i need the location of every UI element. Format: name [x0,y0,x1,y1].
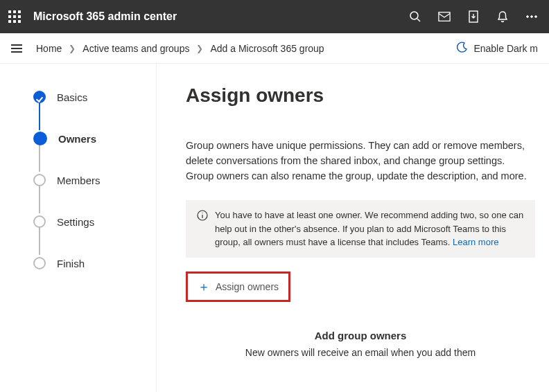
mail-icon[interactable] [438,10,451,23]
search-icon[interactable] [409,10,421,23]
step-label: Basics [57,91,87,103]
step-bullet-icon [33,257,46,269]
svg-point-6 [535,16,537,18]
app-launcher-icon[interactable] [8,10,21,23]
step-bullet-icon [33,174,46,186]
add-owners-subtitle: New owners will receive an email when yo… [186,347,535,358]
step-label: Settings [57,216,94,228]
dark-mode-label: Enable Dark m [473,43,538,54]
add-owners-title: Add group owners [186,330,535,341]
learn-more-link[interactable]: Learn more [453,237,498,247]
wizard-step-members[interactable]: Members [33,172,156,188]
chevron-right-icon: ❯ [196,44,203,53]
main-content: Assign owners Group owners have unique p… [157,64,549,392]
install-icon[interactable] [467,10,480,23]
wizard-sidebar: Basics Owners Members Settings Finish [0,64,157,392]
top-app-bar: Microsoft 365 admin center [0,0,549,33]
step-connector [39,226,40,255]
menu-toggle-icon[interactable] [11,44,22,53]
svg-point-0 [410,12,418,19]
top-bar-actions [409,10,538,23]
breadcrumb: Home ❯ Active teams and groups ❯ Add a M… [36,43,457,54]
assign-owners-label: Assign owners [216,281,279,292]
breadcrumb-bar: Home ❯ Active teams and groups ❯ Add a M… [0,33,549,64]
step-label: Members [57,175,101,186]
step-label: Finish [57,258,85,269]
info-text-wrap: You have to have at least one owner. We … [215,208,524,249]
svg-point-5 [531,16,533,18]
dark-mode-toggle[interactable]: Enable Dark m [457,42,538,55]
moon-icon [457,42,468,55]
plus-icon: ＋ [198,280,210,293]
step-bullet-icon [33,132,47,145]
step-label: Owners [58,133,96,145]
step-connector [39,184,40,213]
svg-point-4 [527,16,529,18]
more-icon[interactable] [525,10,538,23]
svg-line-1 [417,19,420,21]
svg-rect-2 [439,12,450,21]
step-connector [39,101,40,130]
breadcrumb-home[interactable]: Home [36,43,62,54]
step-bullet-icon [33,91,46,103]
step-connector [39,143,40,172]
breadcrumb-add-group[interactable]: Add a Microsoft 365 group [210,43,324,54]
svg-point-9 [202,213,202,213]
info-icon [197,210,208,249]
page-description: Group owners have unique permissions. Th… [186,139,535,184]
page-layout: Basics Owners Members Settings Finish [0,64,549,392]
breadcrumb-teams[interactable]: Active teams and groups [82,43,189,54]
info-banner: You have to have at least one owner. We … [186,200,535,258]
wizard-step-basics[interactable]: Basics [33,89,156,105]
step-bullet-icon [33,215,46,228]
wizard-step-finish[interactable]: Finish [33,255,156,271]
bell-icon[interactable] [496,10,509,23]
app-title: Microsoft 365 admin center [33,10,409,23]
assign-owners-button[interactable]: ＋ Assign owners [186,271,290,302]
chevron-right-icon: ❯ [69,44,76,53]
wizard-step-owners[interactable]: Owners [33,130,156,147]
page-heading: Assign owners [186,84,535,107]
wizard-step-settings[interactable]: Settings [33,213,156,230]
wizard-steps: Basics Owners Members Settings Finish [33,89,156,271]
